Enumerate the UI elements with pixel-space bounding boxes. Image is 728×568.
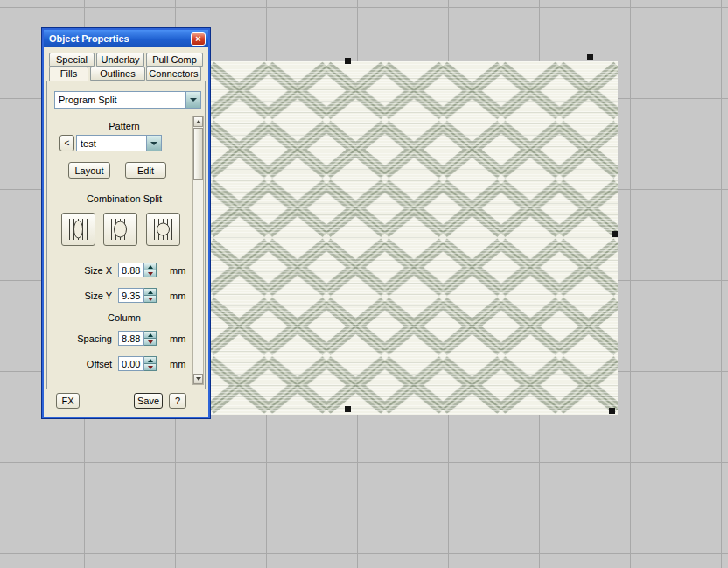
combination-split-label: Combination Split: [47, 193, 201, 204]
pattern-value: test: [77, 138, 146, 149]
previous-pattern-button[interactable]: <: [60, 135, 74, 151]
size-x-row: Size X mm: [47, 263, 191, 277]
spin-up-icon[interactable]: [144, 263, 156, 270]
help-button[interactable]: ?: [169, 393, 186, 409]
offset-row: Offset mm: [47, 356, 191, 371]
offset-label: Offset: [47, 359, 112, 369]
design-canvas[interactable]: Object Properties × Special Underlay Pul…: [0, 0, 728, 568]
size-x-input[interactable]: [118, 263, 144, 277]
split-pattern-2-icon: [108, 217, 132, 242]
size-x-label: Size X: [47, 265, 112, 276]
size-y-row: Size Y mm: [47, 288, 191, 303]
size-y-unit: mm: [170, 291, 186, 301]
close-icon[interactable]: ×: [191, 32, 206, 46]
spacing-label: Spacing: [47, 333, 112, 344]
offset-unit: mm: [170, 359, 186, 369]
scrollbar-thumb[interactable]: [193, 128, 203, 180]
stitch-preview: [210, 61, 618, 415]
spin-down-icon[interactable]: [144, 363, 156, 370]
selection-handle[interactable]: [345, 406, 351, 412]
spacing-row: Spacing mm: [47, 331, 191, 346]
object-properties-dialog: Object Properties × Special Underlay Pul…: [42, 28, 210, 418]
split-pattern-3-icon: [151, 217, 175, 242]
tab-fills[interactable]: Fills: [49, 67, 88, 81]
combination-split-option-3[interactable]: [146, 213, 180, 246]
dialog-titlebar[interactable]: Object Properties ×: [44, 30, 208, 47]
size-x-spinner[interactable]: [144, 263, 157, 277]
offset-spinner[interactable]: [144, 356, 157, 371]
scroll-down-icon[interactable]: [193, 374, 203, 384]
size-y-spinner[interactable]: [144, 288, 157, 303]
embroidery-object[interactable]: [210, 61, 618, 415]
pattern-dropdown[interactable]: test: [76, 135, 162, 151]
spacing-spinner[interactable]: [144, 331, 157, 346]
selection-handle[interactable]: [345, 58, 351, 64]
combination-split-option-1[interactable]: [61, 213, 95, 246]
tab-underlay[interactable]: Underlay: [96, 53, 144, 67]
scroll-up-icon[interactable]: [193, 116, 203, 127]
spin-up-icon[interactable]: [144, 332, 156, 338]
spin-down-icon[interactable]: [144, 338, 156, 345]
size-y-label: Size Y: [47, 291, 112, 301]
spin-up-icon[interactable]: [144, 289, 156, 295]
size-y-input[interactable]: [118, 288, 144, 303]
fill-type-value: Program Split: [55, 95, 186, 105]
selection-handle[interactable]: [609, 408, 615, 414]
layout-button[interactable]: Layout: [68, 162, 110, 179]
column-section-label: Column: [47, 312, 201, 323]
pattern-section-label: Pattern: [47, 121, 201, 131]
selection-handle[interactable]: [587, 54, 593, 60]
split-pattern-1-icon: [66, 217, 90, 242]
spin-down-icon[interactable]: [144, 270, 156, 277]
edit-button[interactable]: Edit: [125, 162, 166, 179]
size-x-unit: mm: [170, 265, 186, 276]
tab-outlines[interactable]: Outlines: [90, 67, 145, 81]
dialog-title: Object Properties: [49, 33, 191, 44]
combination-split-option-2[interactable]: [103, 213, 137, 246]
spacing-unit: mm: [170, 333, 186, 344]
tab-connectors[interactable]: Connectors: [146, 67, 201, 81]
fx-button[interactable]: FX: [56, 393, 80, 409]
tab-special[interactable]: Special: [49, 53, 94, 67]
spin-down-icon[interactable]: [144, 295, 156, 302]
section-divider: [51, 382, 124, 382]
spin-up-icon[interactable]: [144, 357, 156, 363]
offset-input[interactable]: [118, 356, 144, 371]
chevron-down-icon[interactable]: [186, 92, 200, 108]
save-button[interactable]: Save: [134, 393, 163, 409]
fill-type-dropdown[interactable]: Program Split: [54, 91, 201, 109]
chevron-down-icon[interactable]: [146, 136, 161, 151]
spacing-input[interactable]: [118, 331, 144, 346]
selection-handle[interactable]: [612, 231, 618, 237]
tab-pull-comp[interactable]: Pull Comp: [146, 53, 203, 67]
panel-scrollbar[interactable]: [192, 116, 204, 385]
